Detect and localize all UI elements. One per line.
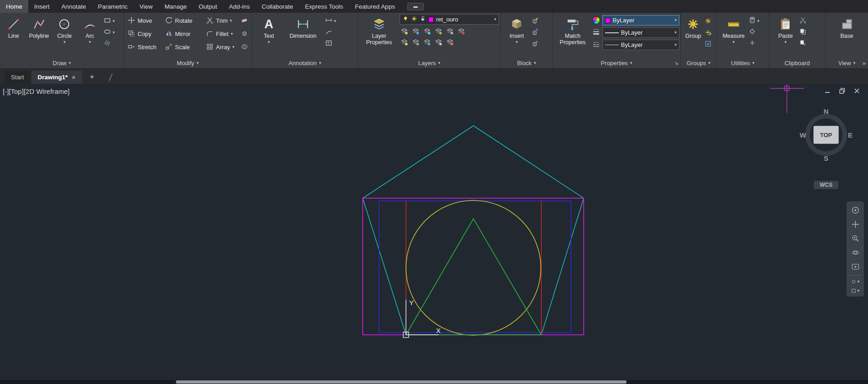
- layers-panel-footer[interactable]: Layers ▾: [358, 57, 500, 68]
- layer-color-swatch[interactable]: [428, 17, 434, 22]
- table-button[interactable]: [325, 39, 344, 48]
- viewcube-east[interactable]: E: [848, 131, 853, 139]
- layer-match-button[interactable]: [446, 26, 454, 36]
- ribbon-overflow-button[interactable]: »: [863, 60, 866, 67]
- layer-off-button[interactable]: [401, 26, 408, 36]
- ribbon-tab-output[interactable]: Output: [193, 0, 223, 13]
- wcs-badge[interactable]: WCS: [814, 181, 838, 189]
- scale-button[interactable]: Scale: [164, 41, 205, 53]
- array-button[interactable]: Array ▾: [205, 41, 239, 53]
- chevron-down-icon[interactable]: ▾: [268, 40, 270, 44]
- model-space[interactable]: Y X: [0, 84, 868, 384]
- move-button[interactable]: Move: [126, 15, 164, 27]
- layer-on-button[interactable]: [401, 37, 408, 46]
- rotate-button[interactable]: Rotate: [164, 15, 205, 27]
- paste-button[interactable]: Paste ▾: [773, 14, 798, 57]
- unlock-icon[interactable]: [420, 15, 426, 23]
- ribbon-tab-featured-apps[interactable]: Featured Apps: [349, 0, 401, 13]
- chevron-down-icon[interactable]: ▾: [516, 40, 518, 44]
- measure-button[interactable]: Measure ▾: [719, 14, 748, 57]
- copy-clip-button[interactable]: [799, 28, 816, 37]
- copy-with-base-point-button[interactable]: [799, 39, 816, 48]
- ribbon-options-button[interactable]: ▬: [407, 3, 424, 10]
- clipboard-panel-footer[interactable]: Clipboard: [769, 57, 825, 68]
- block-panel-footer[interactable]: Block ▾: [501, 57, 552, 68]
- copy-button[interactable]: Copy: [126, 28, 164, 40]
- quick-calc-button[interactable]: ▾: [749, 16, 764, 26]
- multileader-button[interactable]: [325, 28, 344, 37]
- chevron-down-icon[interactable]: ▾: [63, 40, 66, 44]
- ribbon-tab-addins[interactable]: Add-ins: [223, 0, 256, 13]
- group-selection-toggle[interactable]: [704, 39, 714, 48]
- ellipse-button[interactable]: ▾: [103, 28, 122, 37]
- close-icon[interactable]: [853, 87, 861, 95]
- layer-thaw-button[interactable]: [423, 37, 431, 46]
- chevron-down-icon[interactable]: ▾: [674, 43, 677, 47]
- chevron-down-icon[interactable]: ▾: [334, 19, 336, 23]
- hatch-button[interactable]: [103, 39, 122, 48]
- mirror-button[interactable]: Mirror: [164, 28, 205, 40]
- layer-on-bulb-icon[interactable]: [402, 15, 409, 23]
- file-tab-drawing1[interactable]: Drawing1* ×: [31, 71, 82, 84]
- chevron-down-icon[interactable]: ▾: [230, 19, 232, 23]
- point-style-button[interactable]: [749, 39, 764, 48]
- inner-rectangle-shape[interactable]: [379, 201, 571, 333]
- chevron-down-icon[interactable]: ▾: [113, 31, 115, 35]
- annotation-panel-footer[interactable]: Annotation ▾: [252, 57, 358, 68]
- layer-unlock-button[interactable]: [435, 37, 442, 46]
- inscribed-circle-shape[interactable]: [406, 200, 541, 335]
- stretch-button[interactable]: Stretch: [126, 41, 164, 53]
- restore-icon[interactable]: [838, 87, 846, 95]
- layer-dropdown[interactable]: ret_ouro ▾: [400, 14, 499, 25]
- chevron-down-icon[interactable]: ▾: [674, 18, 677, 22]
- draw-panel-footer[interactable]: Draw ▾: [0, 57, 123, 68]
- ribbon-tab-view[interactable]: View: [134, 0, 159, 13]
- ribbon-tab-express-tools[interactable]: Express Tools: [299, 0, 349, 13]
- layer-properties-button[interactable]: Layer Properties: [361, 14, 397, 57]
- fillet-button[interactable]: Fillet ▾: [205, 28, 239, 40]
- close-tab-icon[interactable]: ×: [72, 74, 76, 81]
- group-button[interactable]: Group: [683, 14, 704, 57]
- line-button[interactable]: Line: [1, 14, 26, 57]
- insert-button[interactable]: Insert ▾: [503, 14, 530, 57]
- viewport-minimize-control[interactable]: [-]: [3, 87, 9, 95]
- layer-isolate-button[interactable]: [412, 26, 420, 36]
- layer-lock-button[interactable]: [435, 26, 442, 36]
- layer-previous-button[interactable]: [457, 26, 465, 36]
- utilities-panel-footer[interactable]: Utilities ▾: [717, 57, 769, 68]
- polyline-button[interactable]: Polyline: [26, 14, 52, 57]
- navigation-wheel-icon[interactable]: [848, 204, 862, 216]
- viewcube-south[interactable]: S: [824, 154, 828, 162]
- arc-button[interactable]: Arc ▾: [77, 14, 103, 57]
- ribbon-tab-manage[interactable]: Manage: [159, 0, 193, 13]
- layer-unisolate-button[interactable]: [412, 37, 420, 46]
- ribbon-tab-parametric[interactable]: Parametric: [92, 0, 134, 13]
- rectangle-button[interactable]: ▾: [103, 16, 122, 26]
- text-button[interactable]: A Text ▾: [256, 14, 282, 57]
- write-block-button[interactable]: [531, 28, 545, 37]
- horizontal-scrollbar-thumb[interactable]: [176, 380, 627, 384]
- orbit-icon[interactable]: [848, 246, 862, 259]
- showmotion-icon[interactable]: [848, 260, 862, 273]
- explode-button[interactable]: [239, 28, 250, 40]
- dimension-button[interactable]: Dimension: [284, 14, 322, 57]
- viewport-view-control[interactable]: [Top]: [9, 87, 24, 95]
- id-point-button[interactable]: [749, 28, 764, 37]
- ribbon-tab-home[interactable]: Home: [0, 0, 28, 13]
- base-button[interactable]: Base: [834, 14, 860, 57]
- sun-icon[interactable]: [411, 15, 417, 23]
- offset-button[interactable]: [239, 41, 250, 53]
- viewcube-top-face[interactable]: TOP: [814, 126, 838, 143]
- layer-walk-button[interactable]: [446, 37, 454, 46]
- cut-button[interactable]: [799, 16, 816, 26]
- chevron-down-icon[interactable]: ▾: [494, 17, 496, 21]
- new-tab-button[interactable]: +: [87, 72, 98, 82]
- pentagon-shape[interactable]: [363, 126, 584, 335]
- triangle-shape[interactable]: [406, 219, 541, 335]
- pan-icon[interactable]: [848, 218, 862, 230]
- viewcube-north[interactable]: N: [824, 108, 829, 115]
- groups-panel-footer[interactable]: Groups ▾: [681, 57, 716, 68]
- minimize-icon[interactable]: [823, 87, 832, 95]
- zoom-icon[interactable]: [848, 232, 862, 245]
- viewcube-west[interactable]: W: [800, 131, 806, 139]
